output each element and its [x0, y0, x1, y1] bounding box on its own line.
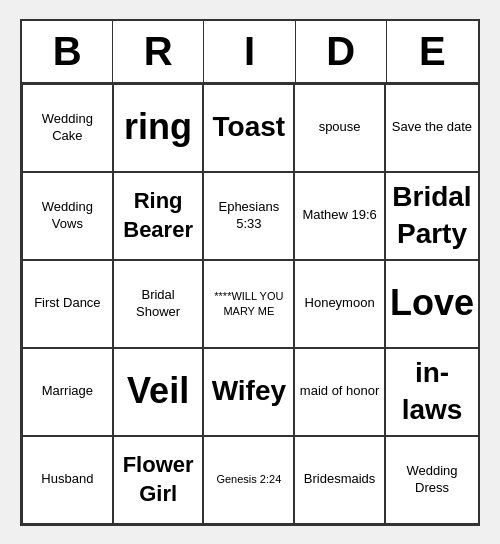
cell-i4: Wifey [203, 348, 294, 436]
cell-b1: Wedding Cake [22, 84, 113, 172]
cell-e2: Bridal Party [385, 172, 478, 260]
cell-e4: in-laws [385, 348, 478, 436]
header-r: R [113, 21, 204, 82]
cell-d4: maid of honor [294, 348, 385, 436]
cell-e5: Wedding Dress [385, 436, 478, 524]
cell-d3: Honeymoon [294, 260, 385, 348]
cell-d1: spouse [294, 84, 385, 172]
cell-r5: Flower Girl [113, 436, 204, 524]
cell-i1: Toast [203, 84, 294, 172]
cell-e1: Save the date [385, 84, 478, 172]
cell-i3: ****WILL YOU MARY ME [203, 260, 294, 348]
header-d: D [296, 21, 387, 82]
cell-i2: Ephesians 5:33 [203, 172, 294, 260]
header-e: E [387, 21, 478, 82]
header-i: I [204, 21, 295, 82]
cell-r2: Ring Bearer [113, 172, 204, 260]
cell-b3: First Dance [22, 260, 113, 348]
cell-d2: Mathew 19:6 [294, 172, 385, 260]
cell-b4: Marriage [22, 348, 113, 436]
bingo-card: B R I D E Wedding Cake ring Toast spouse… [20, 19, 480, 526]
cell-b2: Wedding Vows [22, 172, 113, 260]
cell-i5: Genesis 2:24 [203, 436, 294, 524]
header-b: B [22, 21, 113, 82]
cell-r1: ring [113, 84, 204, 172]
cell-b5: Husband [22, 436, 113, 524]
cell-r3: Bridal Shower [113, 260, 204, 348]
cell-e3: Love [385, 260, 478, 348]
cell-r4: Veil [113, 348, 204, 436]
cell-d5: Bridesmaids [294, 436, 385, 524]
header-row: B R I D E [22, 21, 478, 84]
bingo-grid: Wedding Cake ring Toast spouse Save the … [22, 84, 478, 524]
